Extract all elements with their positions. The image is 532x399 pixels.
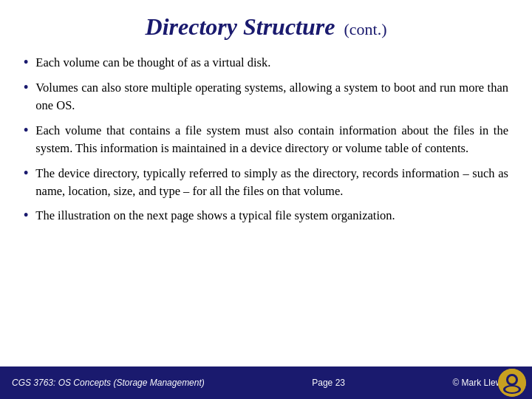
bullet-item-3: • Each volume that contains a file syste…: [24, 122, 508, 157]
bullet-text-5: The illustration on the next page shows …: [35, 207, 395, 225]
slide-title-sub: (cont.): [344, 20, 386, 38]
bullet-symbol-2: •: [24, 80, 28, 95]
slide: Directory Structure (cont.) • Each volum…: [0, 0, 532, 399]
bullet-text-4: The device directory, typically referred…: [35, 165, 508, 200]
bullet-item-5: • The illustration on the next page show…: [24, 207, 508, 225]
title-area: Directory Structure (cont.): [24, 13, 508, 41]
bullet-symbol-1: •: [24, 55, 28, 70]
slide-footer: CGS 3763: OS Concepts (Storage Managemen…: [0, 366, 532, 399]
bullet-text-2: Volumes can also store multiple operatin…: [35, 79, 508, 115]
svg-point-2: [508, 376, 516, 383]
content-area: • Each volume can be thought of as a vir…: [24, 54, 508, 366]
logo-svg: [498, 369, 526, 397]
bullet-text-3: Each volume that contains a file system …: [35, 122, 508, 157]
footer-course-info: CGS 3763: OS Concepts (Storage Managemen…: [12, 378, 205, 388]
bullet-item-1: • Each volume can be thought of as a vir…: [24, 54, 508, 72]
bullet-symbol-5: •: [24, 208, 28, 223]
slide-title-main: Directory Structure: [146, 13, 335, 40]
footer-page-number: Page 23: [312, 378, 345, 388]
logo: [498, 369, 526, 397]
logo-circle: [498, 369, 526, 397]
bullet-symbol-3: •: [24, 123, 28, 138]
bullet-item-2: • Volumes can also store multiple operat…: [24, 79, 508, 115]
bullet-symbol-4: •: [24, 166, 28, 181]
bullet-text-1: Each volume can be thought of as a virtu…: [35, 54, 270, 72]
bullet-item-4: • The device directory, typically referr…: [24, 165, 508, 200]
svg-point-4: [505, 386, 519, 392]
